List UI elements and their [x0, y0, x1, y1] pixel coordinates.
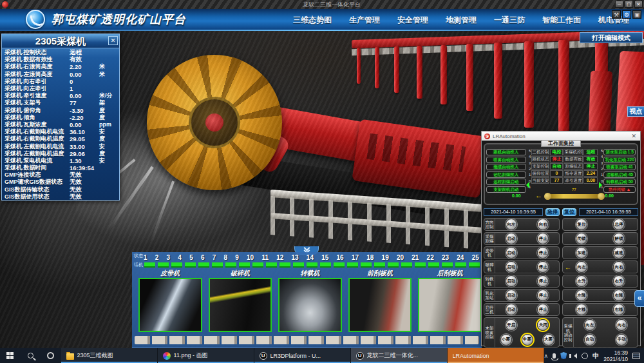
- control-button[interactable]: 中雾: [522, 334, 533, 346]
- control-button[interactable]: 小雾: [500, 334, 512, 346]
- control-button[interactable]: 加速: [576, 247, 587, 259]
- nav-item[interactable]: 生产管理: [349, 15, 380, 26]
- shearer-position-slider[interactable]: [547, 194, 602, 199]
- control-button[interactable]: 启动: [506, 247, 517, 259]
- channel-indicator[interactable]: [442, 262, 453, 268]
- start-button[interactable]: [0, 348, 21, 363]
- channel-indicator[interactable]: [320, 262, 331, 268]
- command-button[interactable]: 转载机启动 50: [603, 179, 636, 185]
- channel-indicator[interactable]: [428, 262, 439, 268]
- channel-indicator[interactable]: [334, 262, 345, 268]
- control-button[interactable]: 启动: [506, 233, 517, 244]
- channel-indicator[interactable]: [279, 262, 290, 268]
- control-button[interactable]: 总停: [613, 219, 625, 230]
- channel-indicator[interactable]: [374, 262, 385, 268]
- camera-thumbnail[interactable]: [209, 278, 272, 332]
- channel-indicator[interactable]: [171, 262, 182, 268]
- channel-indicator[interactable]: [307, 262, 317, 268]
- control-button[interactable]: 向右: [537, 219, 549, 230]
- channel-indicator[interactable]: [252, 262, 263, 268]
- control-button[interactable]: 启动: [506, 275, 517, 287]
- command-button[interactable]: 记忆割煤投入: [486, 172, 526, 178]
- command-button[interactable]: 乳化泵启动 220: [603, 157, 636, 163]
- estop-button[interactable]: 急停: [545, 208, 560, 216]
- nav-item[interactable]: 一通三防: [494, 15, 525, 26]
- cortana-button[interactable]: [41, 348, 61, 363]
- camera-thumbnail[interactable]: [278, 278, 342, 332]
- command-button[interactable]: 拖缆自动投入: [486, 164, 526, 170]
- channel-indicator[interactable]: [401, 262, 412, 268]
- control-button[interactable]: 启动: [506, 304, 517, 315]
- control-button[interactable]: 停止: [537, 247, 549, 259]
- channel-indicator[interactable]: [293, 262, 304, 268]
- control-button[interactable]: 启动: [506, 261, 517, 273]
- channel-indicator[interactable]: [239, 262, 250, 268]
- control-button[interactable]: 手动: [616, 334, 627, 346]
- nav-item[interactable]: 智能工作面: [542, 15, 581, 26]
- control-button[interactable]: 复位: [576, 219, 587, 230]
- channel-indicator[interactable]: [185, 262, 196, 268]
- control-button[interactable]: 向左: [576, 261, 587, 273]
- channel-indicator[interactable]: [158, 262, 169, 268]
- control-button[interactable]: 向右: [613, 261, 625, 273]
- nav-item[interactable]: 地测管理: [446, 15, 477, 26]
- control-button[interactable]: 自动: [584, 334, 596, 346]
- control-button[interactable]: 左降: [576, 289, 587, 301]
- command-button[interactable]: 运输机启动 45: [603, 172, 636, 178]
- taskbar-app[interactable]: 11.png - 画图: [158, 348, 254, 363]
- channel-indicator[interactable]: [266, 262, 277, 268]
- control-button[interactable]: 左移: [576, 304, 587, 315]
- taskbar-app[interactable]: U 龙软二三维一体化...: [351, 348, 448, 363]
- channel-indicator[interactable]: [225, 262, 236, 268]
- command-button[interactable]: 远程割煤启动: [486, 179, 526, 185]
- control-button[interactable]: 停止: [537, 233, 549, 244]
- taskbar-app[interactable]: Э LRAutomation: [448, 348, 544, 363]
- channel-indicator[interactable]: [361, 262, 372, 268]
- search-button[interactable]: [21, 348, 41, 363]
- speaker-icon[interactable]: [571, 353, 577, 358]
- taskbar-app[interactable]: U LR3DPlatform - U...: [254, 348, 351, 363]
- channel-indicator[interactable]: [469, 262, 480, 268]
- collapse-side-tab[interactable]: «: [634, 290, 644, 307]
- lra-close-icon[interactable]: ✕: [630, 133, 638, 139]
- control-button[interactable]: 右升: [613, 275, 625, 287]
- gear-icon[interactable]: ⚙: [622, 10, 631, 19]
- control-button[interactable]: 停止: [537, 304, 549, 315]
- nav-item[interactable]: 安全管理: [397, 15, 428, 26]
- reset-button[interactable]: 复位: [562, 208, 576, 216]
- notification-icon[interactable]: [632, 353, 640, 359]
- control-button[interactable]: 减速: [613, 247, 625, 259]
- command-button[interactable]: 清水泵启动 1.5: [603, 149, 636, 155]
- control-button[interactable]: 停止: [537, 289, 549, 301]
- camera-thumbnail[interactable]: [418, 278, 482, 332]
- control-button[interactable]: 关闭: [537, 319, 549, 331]
- command-button[interactable]: 跟机自动投入: [486, 149, 526, 155]
- taskbar-clock[interactable]: 16:39 2021/4/10: [603, 349, 628, 362]
- filmstrip[interactable]: [135, 336, 479, 344]
- control-button[interactable]: 右降: [613, 289, 625, 301]
- ime-indicator[interactable]: 中: [592, 351, 599, 360]
- fullscreen-icon[interactable]: ▣: [632, 10, 641, 19]
- panel-close-icon[interactable]: ✕: [108, 36, 118, 45]
- control-button[interactable]: 闭锁: [576, 233, 587, 244]
- channel-indicator[interactable]: [415, 262, 426, 268]
- control-button[interactable]: 解锁: [613, 233, 625, 244]
- control-button[interactable]: 向左: [584, 319, 596, 331]
- channel-indicator[interactable]: [144, 262, 155, 268]
- viewpoint-tab[interactable]: 视点: [627, 106, 644, 117]
- channel-indicator[interactable]: [198, 262, 209, 268]
- control-button[interactable]: 向右: [616, 319, 627, 331]
- command-button[interactable]: 喷雾自动投入: [486, 157, 526, 163]
- control-button[interactable]: 停止: [537, 275, 549, 287]
- wrench-icon[interactable]: ⚒: [612, 10, 621, 19]
- camera-thumbnail[interactable]: [138, 278, 202, 332]
- maximize-icon[interactable]: ▢: [625, 1, 633, 8]
- minimize-icon[interactable]: ─: [615, 1, 623, 8]
- control-button[interactable]: 启动: [506, 289, 517, 301]
- control-button[interactable]: 停止: [537, 261, 549, 273]
- channel-indicator[interactable]: [347, 262, 358, 268]
- nav-item[interactable]: 三维态势图: [293, 15, 332, 26]
- channel-indicator[interactable]: [455, 262, 466, 268]
- microphone-icon[interactable]: [553, 353, 556, 358]
- control-button[interactable]: 向左: [506, 219, 517, 230]
